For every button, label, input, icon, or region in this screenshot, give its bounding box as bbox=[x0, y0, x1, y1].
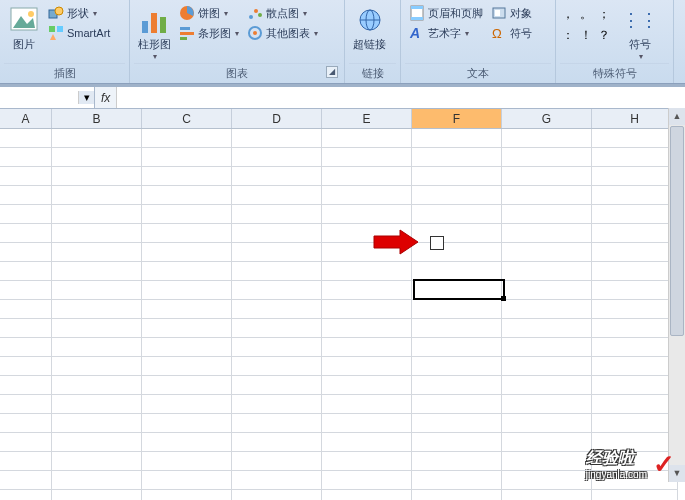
cell[interactable] bbox=[0, 167, 52, 186]
cell[interactable] bbox=[412, 357, 502, 376]
cell[interactable] bbox=[142, 319, 232, 338]
cell[interactable] bbox=[142, 148, 232, 167]
cell[interactable] bbox=[142, 471, 232, 490]
column-header[interactable]: D bbox=[232, 109, 322, 128]
wordart-button[interactable]: A艺术字▾ bbox=[407, 24, 485, 42]
cell[interactable] bbox=[412, 224, 502, 243]
cell[interactable] bbox=[502, 490, 592, 500]
cell[interactable] bbox=[502, 281, 592, 300]
cell[interactable] bbox=[412, 319, 502, 338]
cell[interactable] bbox=[52, 338, 142, 357]
cell[interactable] bbox=[322, 148, 412, 167]
fx-button[interactable]: fx bbox=[95, 87, 117, 108]
cell[interactable] bbox=[52, 452, 142, 471]
cell[interactable] bbox=[0, 281, 52, 300]
cell[interactable] bbox=[412, 205, 502, 224]
hyperlink-button[interactable]: 超链接 bbox=[349, 2, 390, 54]
cell[interactable] bbox=[0, 129, 52, 148]
cell[interactable] bbox=[592, 395, 678, 414]
cell[interactable] bbox=[52, 376, 142, 395]
cell[interactable] bbox=[232, 376, 322, 395]
cell[interactable] bbox=[0, 490, 52, 500]
cell[interactable] bbox=[142, 224, 232, 243]
cell[interactable] bbox=[322, 205, 412, 224]
cell[interactable] bbox=[412, 262, 502, 281]
cell[interactable] bbox=[502, 471, 592, 490]
cell[interactable] bbox=[142, 167, 232, 186]
cell[interactable] bbox=[52, 281, 142, 300]
cell[interactable] bbox=[322, 395, 412, 414]
cell[interactable] bbox=[52, 262, 142, 281]
cell[interactable] bbox=[232, 281, 322, 300]
cell[interactable] bbox=[0, 414, 52, 433]
special-symbols-button[interactable]: ⋮⋮ 符号▾ bbox=[620, 2, 660, 63]
cell[interactable] bbox=[412, 395, 502, 414]
column-header[interactable]: E bbox=[322, 109, 412, 128]
cell[interactable] bbox=[322, 262, 412, 281]
cell[interactable] bbox=[322, 376, 412, 395]
checkbox-control[interactable] bbox=[430, 236, 444, 250]
cell[interactable] bbox=[52, 186, 142, 205]
cell[interactable] bbox=[0, 395, 52, 414]
chevron-down-icon[interactable]: ▾ bbox=[78, 91, 94, 104]
cell[interactable] bbox=[232, 243, 322, 262]
punct-button[interactable]: ： bbox=[562, 27, 572, 44]
object-button[interactable]: 对象 bbox=[489, 4, 534, 22]
cell-grid[interactable] bbox=[0, 129, 685, 500]
cell[interactable] bbox=[0, 224, 52, 243]
cell[interactable] bbox=[592, 224, 678, 243]
cell[interactable] bbox=[232, 357, 322, 376]
cell[interactable] bbox=[232, 433, 322, 452]
cell[interactable] bbox=[502, 433, 592, 452]
cell[interactable] bbox=[502, 414, 592, 433]
cell[interactable] bbox=[0, 319, 52, 338]
cell[interactable] bbox=[412, 414, 502, 433]
cell[interactable] bbox=[502, 395, 592, 414]
column-header[interactable]: B bbox=[52, 109, 142, 128]
column-header[interactable]: F bbox=[412, 109, 502, 128]
cell[interactable] bbox=[592, 300, 678, 319]
cell[interactable] bbox=[502, 148, 592, 167]
cell[interactable] bbox=[52, 319, 142, 338]
scatter-chart-button[interactable]: 散点图▾ bbox=[245, 4, 320, 22]
cell[interactable] bbox=[0, 262, 52, 281]
cell[interactable] bbox=[592, 281, 678, 300]
cell[interactable] bbox=[592, 319, 678, 338]
cell[interactable] bbox=[412, 148, 502, 167]
cell[interactable] bbox=[412, 471, 502, 490]
cell[interactable] bbox=[142, 129, 232, 148]
cell[interactable] bbox=[142, 357, 232, 376]
column-header[interactable]: A bbox=[0, 109, 52, 128]
cell[interactable] bbox=[412, 243, 502, 262]
pie-chart-button[interactable]: 饼图▾ bbox=[177, 4, 241, 22]
cell[interactable] bbox=[592, 357, 678, 376]
cell[interactable] bbox=[142, 186, 232, 205]
cell[interactable] bbox=[232, 319, 322, 338]
cell[interactable] bbox=[592, 262, 678, 281]
cell[interactable] bbox=[412, 129, 502, 148]
cell[interactable] bbox=[412, 338, 502, 357]
vertical-scrollbar[interactable]: ▲ ▼ bbox=[668, 108, 685, 482]
punct-button[interactable]: ！ bbox=[580, 27, 590, 44]
cell[interactable] bbox=[592, 376, 678, 395]
cell[interactable] bbox=[52, 300, 142, 319]
cell[interactable] bbox=[322, 471, 412, 490]
cell[interactable] bbox=[232, 395, 322, 414]
cell[interactable] bbox=[0, 471, 52, 490]
cell[interactable] bbox=[232, 300, 322, 319]
cell[interactable] bbox=[232, 414, 322, 433]
cell[interactable] bbox=[0, 186, 52, 205]
cell[interactable] bbox=[232, 471, 322, 490]
cell[interactable] bbox=[232, 167, 322, 186]
dialog-launcher-icon[interactable]: ◢ bbox=[326, 66, 338, 78]
cell[interactable] bbox=[142, 452, 232, 471]
cell[interactable] bbox=[592, 148, 678, 167]
cell[interactable] bbox=[592, 167, 678, 186]
cell[interactable] bbox=[142, 376, 232, 395]
cell[interactable] bbox=[232, 224, 322, 243]
cell[interactable] bbox=[52, 395, 142, 414]
cell[interactable] bbox=[142, 395, 232, 414]
column-header[interactable]: H bbox=[592, 109, 678, 128]
cell[interactable] bbox=[142, 300, 232, 319]
cell[interactable] bbox=[0, 433, 52, 452]
